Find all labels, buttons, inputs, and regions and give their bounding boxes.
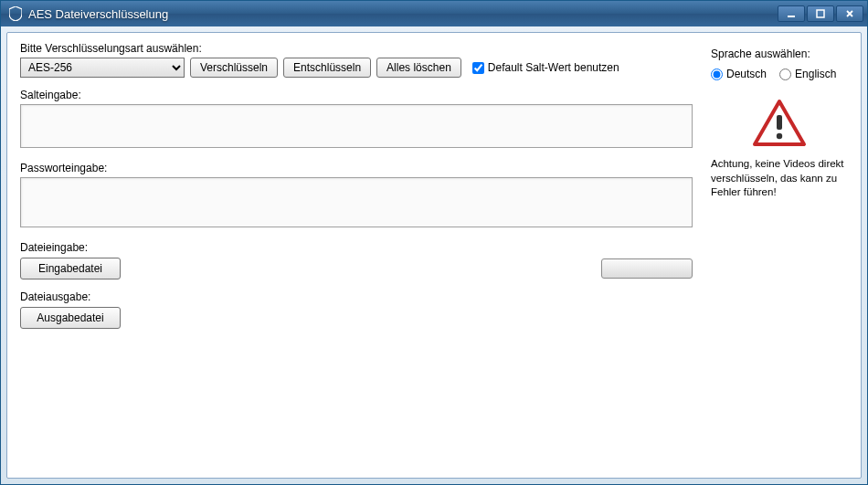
close-button[interactable] bbox=[836, 5, 863, 22]
radio-german-input[interactable] bbox=[711, 69, 723, 80]
svg-rect-0 bbox=[788, 16, 795, 17]
radio-english[interactable]: Englisch bbox=[779, 68, 836, 80]
language-radios: Deutsch Englisch bbox=[711, 68, 848, 80]
password-label: Passworteingabe: bbox=[20, 162, 693, 174]
maximize-button[interactable] bbox=[807, 5, 834, 22]
language-label: Sprache auswählen: bbox=[711, 47, 848, 60]
encrypt-button[interactable]: Verschlüsseln bbox=[190, 58, 278, 78]
algorithm-select[interactable]: AES-256 bbox=[20, 58, 185, 78]
svg-point-3 bbox=[777, 133, 782, 139]
warning-text: Achtung, keine Videos direkt verschlüsse… bbox=[711, 157, 848, 200]
radio-german-label: Deutsch bbox=[726, 68, 767, 80]
content-area: Bitte Verschlüsselungsart auswählen: AES… bbox=[6, 32, 862, 479]
input-file-button[interactable]: Eingabedatei bbox=[20, 258, 121, 279]
window-controls bbox=[778, 5, 863, 22]
salt-input[interactable] bbox=[20, 104, 693, 148]
main-column: Bitte Verschlüsselungsart auswählen: AES… bbox=[20, 42, 693, 469]
salt-block: Salteingabe: bbox=[20, 89, 693, 151]
svg-rect-2 bbox=[777, 115, 782, 130]
password-input[interactable] bbox=[20, 177, 693, 227]
shield-icon bbox=[8, 6, 23, 21]
default-salt-label: Default Salt-Wert benutzen bbox=[488, 61, 619, 74]
password-block: Passworteingabe: bbox=[20, 162, 693, 230]
window-title: AES Dateiverschlüsselung bbox=[28, 7, 778, 21]
side-column: Sprache auswählen: Deutsch Englisch Acht… bbox=[711, 42, 848, 469]
file-output-label: Dateiausgabe: bbox=[20, 290, 693, 303]
app-window: AES Dateiverschlüsselung Bitte Verschlüs… bbox=[0, 0, 868, 485]
minimize-button[interactable] bbox=[778, 5, 805, 22]
default-salt-checkbox[interactable] bbox=[472, 62, 484, 74]
algorithm-prompt: Bitte Verschlüsselungsart auswählen: bbox=[20, 42, 693, 55]
warning-icon bbox=[752, 99, 807, 148]
radio-english-input[interactable] bbox=[779, 69, 791, 80]
titlebar: AES Dateiverschlüsselung bbox=[1, 1, 867, 26]
file-output-block: Dateiausgabe: Ausgabedatei bbox=[20, 290, 693, 329]
salt-label: Salteingabe: bbox=[20, 89, 693, 101]
file-input-block: Dateieingabe: Eingabedatei bbox=[20, 241, 693, 279]
toolbar-row: AES-256 Verschlüsseln Entschlüsseln Alle… bbox=[20, 58, 693, 78]
radio-english-label: Englisch bbox=[795, 68, 836, 80]
extra-button[interactable] bbox=[601, 258, 693, 279]
svg-rect-1 bbox=[817, 10, 824, 17]
file-input-label: Dateieingabe: bbox=[20, 241, 693, 254]
decrypt-button[interactable]: Entschlüsseln bbox=[283, 58, 371, 78]
radio-german[interactable]: Deutsch bbox=[711, 68, 767, 80]
default-salt-wrapper[interactable]: Default Salt-Wert benutzen bbox=[472, 61, 619, 74]
output-file-button[interactable]: Ausgabedatei bbox=[20, 307, 121, 329]
clear-button[interactable]: Alles löschen bbox=[376, 58, 461, 78]
